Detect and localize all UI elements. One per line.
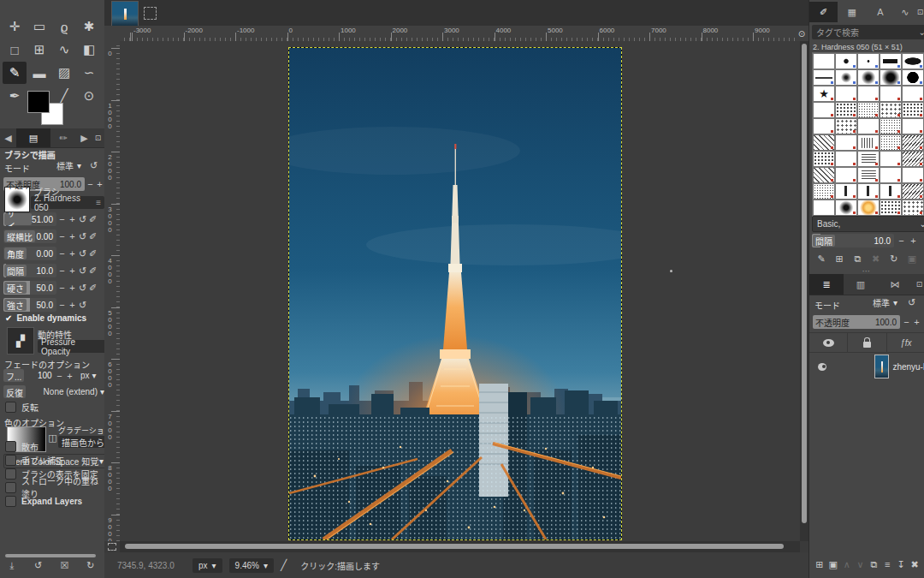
gradient-select[interactable]: 描画色から xyxy=(58,436,108,448)
brush-cell[interactable] xyxy=(880,200,902,216)
size-stylus-link-icon[interactable]: ✐ xyxy=(88,213,98,226)
tab-gradients[interactable]: ∿ xyxy=(894,2,915,22)
dock-menu-icon[interactable]: ⊡ xyxy=(92,128,104,147)
dynamics-thumbnail[interactable]: ▞ xyxy=(7,327,34,355)
brush-cell[interactable] xyxy=(902,69,924,86)
force-minus-button[interactable]: − xyxy=(57,299,67,312)
navigation-button[interactable] xyxy=(800,541,808,552)
brush-cell[interactable] xyxy=(857,86,880,102)
reset-tool-options-button[interactable]: ↻ xyxy=(84,558,98,572)
brush-cell[interactable] xyxy=(813,69,835,86)
brush-cell[interactable] xyxy=(880,102,902,118)
brush-cell[interactable] xyxy=(880,53,902,69)
vertical-ruler[interactable]: 0100020003000400050006000700080009000 xyxy=(104,41,121,541)
effects-column-fx-icon[interactable]: ƒfx xyxy=(887,333,924,352)
brush-cell[interactable] xyxy=(902,53,924,69)
fade-length-value[interactable]: 100 xyxy=(38,371,52,380)
brush-cell[interactable] xyxy=(880,167,902,183)
incremental-checkbox[interactable]: ストローク中の重ね塗り xyxy=(5,481,104,493)
zoom-select[interactable]: 9.46%▾ xyxy=(229,558,274,573)
brush-cell[interactable] xyxy=(835,151,857,167)
tab-patterns[interactable]: ▦ xyxy=(838,2,866,22)
brush-cell[interactable] xyxy=(857,134,880,151)
lock-column-lock-icon[interactable] xyxy=(848,333,886,352)
fade-minus-button[interactable]: − xyxy=(55,369,64,382)
tool-move-tool[interactable]: ✛ xyxy=(3,15,27,38)
brush-cell[interactable] xyxy=(857,102,880,118)
slider-hardness[interactable]: 硬さ50.0 xyxy=(3,281,56,295)
expand-layers-checkbox[interactable]: Expand Layers xyxy=(5,495,82,507)
force-plus-button[interactable]: + xyxy=(68,299,77,312)
layer-opacity-plus-button[interactable]: + xyxy=(912,315,921,328)
dock-menu-icon[interactable]: ⊡ xyxy=(915,2,924,22)
image-tab[interactable] xyxy=(111,1,139,27)
layer-mode-reset-button[interactable]: ↺ xyxy=(907,296,916,309)
tool-warp-transform-tool[interactable]: ∿ xyxy=(52,39,76,61)
brush-cell[interactable] xyxy=(813,118,835,134)
size-plus-button[interactable]: + xyxy=(68,213,77,226)
tab-paths[interactable]: ⋈ xyxy=(878,274,912,295)
brush-cell[interactable] xyxy=(880,134,902,151)
slider-force[interactable]: 強さ50.0 xyxy=(3,298,56,312)
mode-select[interactable]: 標準▾ xyxy=(53,159,92,172)
new-layer-button[interactable]: ⊞ xyxy=(813,557,826,571)
opacity-plus-button[interactable]: + xyxy=(95,177,104,190)
slider-angle[interactable]: 角度0.00 xyxy=(3,247,56,260)
brush-cell[interactable] xyxy=(835,102,857,118)
brush-search-input[interactable]: タグで検索 ⌄ xyxy=(812,25,924,39)
brush-cell[interactable] xyxy=(835,183,857,200)
hardness-minus-button[interactable]: − xyxy=(57,282,67,295)
brush-cell[interactable] xyxy=(880,151,902,167)
smooth-stroke-checkbox[interactable]: 手ブレ補正 xyxy=(5,454,64,466)
aspect-ratio-stylus-link-icon[interactable]: ✐ xyxy=(88,230,98,243)
mode-reset-button[interactable]: ↺ xyxy=(89,159,98,172)
brush-cell[interactable] xyxy=(813,53,835,69)
brush-name-box[interactable]: 2. Hardness 050≡ xyxy=(31,196,104,209)
layer-row[interactable]: zhenyu-luo xyxy=(809,353,924,380)
slider-aspect-ratio[interactable]: 縦横比0.00 xyxy=(3,229,56,243)
layer-mode-select[interactable]: 標準▾ xyxy=(869,296,901,309)
brush-cell[interactable] xyxy=(902,167,924,183)
canvas-viewport[interactable] xyxy=(120,41,800,541)
vertical-scrollbar[interactable] xyxy=(800,41,808,541)
layer-opacity-minus-button[interactable]: − xyxy=(902,315,911,328)
brush-cell[interactable] xyxy=(835,134,857,151)
tool-zoom-tool[interactable]: ⊙ xyxy=(77,85,101,107)
spacing-plus-button[interactable]: + xyxy=(909,234,918,247)
restore-tool-preset-button[interactable]: ↺ xyxy=(32,558,45,572)
brush-cell[interactable] xyxy=(813,183,835,200)
tool-options-scrollbar[interactable] xyxy=(5,554,96,557)
merge-down-button[interactable]: ≡ xyxy=(880,557,894,571)
dock-back-icon[interactable]: ◀ xyxy=(0,128,16,147)
new-layer-group-button[interactable]: ▣ xyxy=(826,557,840,571)
foreground-color-swatch[interactable] xyxy=(27,91,50,113)
layer-opacity-slider[interactable]: 不透明度 100.0 xyxy=(813,315,900,329)
aspect-ratio-reset-button[interactable]: ↺ xyxy=(78,230,87,243)
brush-cell[interactable] xyxy=(880,118,902,134)
tab-fonts[interactable]: A xyxy=(866,2,894,22)
tool-smudge-tool[interactable]: ∽ xyxy=(77,62,101,84)
gradient-flip-button[interactable]: ◫ xyxy=(48,432,57,444)
brush-cell[interactable] xyxy=(902,151,924,167)
brush-cell[interactable] xyxy=(857,167,880,183)
size-minus-button[interactable]: − xyxy=(57,213,67,226)
brush-cell[interactable] xyxy=(857,183,880,200)
repeat-select[interactable]: None (extend)▾ xyxy=(31,385,108,398)
save-tool-preset-button[interactable]: ⤓ xyxy=(5,558,19,572)
spacing-reset-button[interactable]: ↺ xyxy=(78,265,87,277)
edit-brush-button[interactable]: ✎ xyxy=(814,252,828,265)
tool-free-select-tool[interactable]: ϱ xyxy=(52,15,76,38)
spacing-minus-button[interactable]: − xyxy=(57,265,67,277)
tab-channels[interactable]: ▥ xyxy=(844,274,878,295)
jitter-checkbox[interactable]: 散布 xyxy=(5,440,38,452)
hardness-reset-button[interactable]: ↺ xyxy=(78,282,87,295)
brush-cell[interactable] xyxy=(857,200,880,216)
fade-unit-select[interactable]: px▾ xyxy=(77,369,100,381)
hardness-plus-button[interactable]: + xyxy=(68,282,77,295)
aspect-ratio-plus-button[interactable]: + xyxy=(68,230,77,243)
size-reset-button[interactable]: ↺ xyxy=(78,213,87,226)
tab-brushes[interactable]: ✐ xyxy=(809,2,838,22)
horizontal-ruler[interactable]: -3000-2000-10000100020003000400050006000… xyxy=(120,26,795,42)
dock-menu-icon[interactable]: ⊡ xyxy=(914,274,924,295)
spacing-plus-button[interactable]: + xyxy=(68,265,77,277)
